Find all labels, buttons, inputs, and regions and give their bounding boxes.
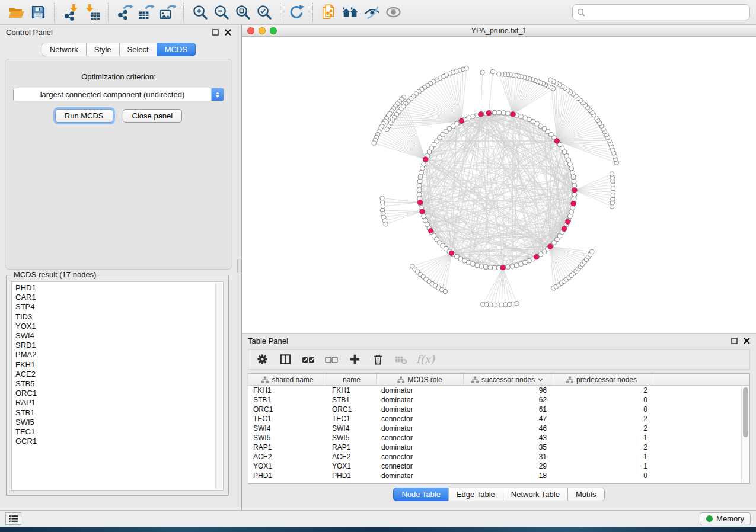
- show-column-icon[interactable]: [276, 351, 294, 368]
- list-item[interactable]: PMA2: [12, 350, 215, 360]
- maximize-window-icon[interactable]: [270, 27, 277, 34]
- zoom-out-icon[interactable]: [210, 2, 232, 23]
- table-scrollbar-thumb[interactable]: [743, 387, 748, 437]
- show-hidden-nodes-icon[interactable]: [382, 2, 404, 23]
- memory-label: Memory: [716, 514, 744, 523]
- list-item[interactable]: ACE2: [12, 370, 215, 379]
- search-input[interactable]: [588, 8, 745, 17]
- table-row[interactable]: SWI5SWI5connector431: [248, 433, 749, 443]
- list-item[interactable]: GCR1: [12, 437, 215, 446]
- hide-selected-nodes-icon[interactable]: [361, 2, 382, 23]
- minimize-window-icon[interactable]: [259, 27, 266, 34]
- network-titlebar[interactable]: YPA_prune.txt_1: [242, 25, 756, 37]
- criterion-select[interactable]: largest connected component (undirected): [13, 88, 224, 101]
- panel-splitter[interactable]: [237, 25, 242, 510]
- list-item[interactable]: STB5: [12, 379, 215, 389]
- list-item[interactable]: STB1: [12, 408, 215, 418]
- select-all-icon[interactable]: [299, 351, 317, 368]
- table-row[interactable]: TEC1TEC1connector472: [248, 414, 749, 424]
- table-row[interactable]: STB1STB1dominator620: [248, 395, 749, 405]
- table-scrollbar[interactable]: [741, 386, 749, 483]
- tab-select[interactable]: Select: [119, 43, 157, 56]
- task-history-button[interactable]: [5, 512, 21, 525]
- toolbar-separator: [312, 3, 313, 22]
- cell-mcds-role: dominator: [377, 443, 464, 451]
- list-item[interactable]: SWI5: [12, 418, 215, 427]
- column-header-shared-name[interactable]: shared name: [248, 374, 327, 385]
- apply-layout-icon[interactable]: [286, 2, 307, 23]
- list-item[interactable]: TEC1: [12, 427, 215, 437]
- export-network-icon[interactable]: [114, 2, 135, 23]
- cell-name: ORC1: [327, 405, 377, 414]
- import-table-icon[interactable]: [81, 2, 103, 23]
- delete-column-icon[interactable]: [369, 351, 387, 368]
- zoom-fit-icon[interactable]: [232, 2, 253, 23]
- tab-style[interactable]: Style: [86, 43, 120, 56]
- table-row[interactable]: YOX1YOX1connector291: [248, 462, 749, 471]
- close-panel-icon[interactable]: [743, 338, 750, 345]
- tab-motifs[interactable]: Motifs: [567, 488, 605, 501]
- table-row[interactable]: RAP1RAP1dominator352: [248, 443, 749, 452]
- float-panel-icon[interactable]: [731, 338, 738, 345]
- table-row[interactable]: FKH1FKH1dominator962: [248, 386, 749, 395]
- tab-network[interactable]: Network: [42, 43, 87, 56]
- list-item[interactable]: STP4: [12, 302, 215, 312]
- export-table-icon[interactable]: [135, 2, 157, 23]
- zoom-in-icon[interactable]: [189, 2, 210, 23]
- list-item[interactable]: TID3: [12, 312, 215, 322]
- run-mcds-button[interactable]: Run MCDS: [55, 109, 113, 123]
- table-row[interactable]: ORC1ORC1dominator610: [248, 405, 749, 414]
- export-image-icon[interactable]: [157, 2, 178, 23]
- criterion-label: Optimization criterion:: [5, 72, 232, 81]
- column-header-successor-nodes[interactable]: successor nodes: [464, 374, 551, 385]
- list-item[interactable]: YOX1: [12, 322, 215, 331]
- close-panel-button[interactable]: Close panel: [123, 109, 183, 123]
- list-item[interactable]: FKH1: [12, 360, 215, 370]
- list-item[interactable]: ORC1: [12, 389, 215, 398]
- cell-successor-nodes: 18: [464, 472, 551, 480]
- list-scrollbar[interactable]: [215, 283, 222, 489]
- network-canvas[interactable]: [242, 37, 756, 333]
- list-item[interactable]: SRD1: [12, 341, 215, 350]
- column-type-icon: [397, 376, 404, 383]
- table-panel: Table Panel: [242, 333, 756, 510]
- delete-table-icon[interactable]: [392, 351, 410, 368]
- column-header-predecessor-nodes[interactable]: predecessor nodes: [551, 374, 652, 385]
- table-row[interactable]: SWI4SWI4dominator462: [248, 424, 749, 433]
- zoom-selected-icon[interactable]: [253, 2, 275, 23]
- add-column-icon[interactable]: [346, 351, 363, 368]
- cell-successor-nodes: 46: [464, 424, 551, 432]
- chevron-down-icon[interactable]: [538, 378, 543, 382]
- close-window-icon[interactable]: [247, 27, 254, 34]
- splitter-grip-icon[interactable]: [237, 259, 241, 273]
- show-all-networks-icon[interactable]: [340, 2, 361, 23]
- cell-mcds-role: connector: [377, 434, 464, 442]
- list-item[interactable]: PHD1: [12, 283, 215, 293]
- column-header-name[interactable]: name: [327, 374, 377, 385]
- table-row[interactable]: PHD1PHD1dominator180: [248, 471, 749, 480]
- list-item[interactable]: SWI4: [12, 331, 215, 341]
- deselect-all-icon[interactable]: [323, 351, 340, 368]
- tab-mcds[interactable]: MCDS: [157, 43, 196, 56]
- list-item[interactable]: CAR1: [12, 293, 215, 302]
- tab-node-table[interactable]: Node Table: [393, 488, 449, 501]
- import-network-icon[interactable]: [60, 2, 81, 23]
- column-header-mcds-role[interactable]: MCDS role: [377, 374, 464, 385]
- list-item[interactable]: RAP1: [12, 398, 215, 408]
- node-table: shared namenameMCDS rolesuccessor nodesp…: [248, 373, 750, 484]
- function-builder-icon[interactable]: f(x): [415, 353, 435, 366]
- table-options-icon[interactable]: [253, 351, 271, 368]
- tab-edge-table[interactable]: Edge Table: [448, 488, 503, 501]
- save-session-icon[interactable]: [27, 2, 49, 23]
- table-row[interactable]: ACE2ACE2connector311: [248, 452, 749, 462]
- tab-network-table[interactable]: Network Table: [503, 488, 568, 501]
- close-panel-icon[interactable]: [224, 28, 231, 36]
- float-panel-icon[interactable]: [212, 28, 219, 36]
- memory-button[interactable]: Memory: [700, 512, 751, 525]
- cell-predecessor-nodes: 0: [551, 472, 652, 480]
- open-file-icon[interactable]: [6, 2, 27, 23]
- mcds-result-groupbox: MCDS result (17 nodes) PHD1CAR1STP4TID3Y…: [6, 275, 229, 496]
- new-network-from-selection-icon[interactable]: [318, 2, 340, 23]
- cell-shared-name: SWI5: [248, 434, 327, 442]
- column-type-icon: [261, 376, 269, 383]
